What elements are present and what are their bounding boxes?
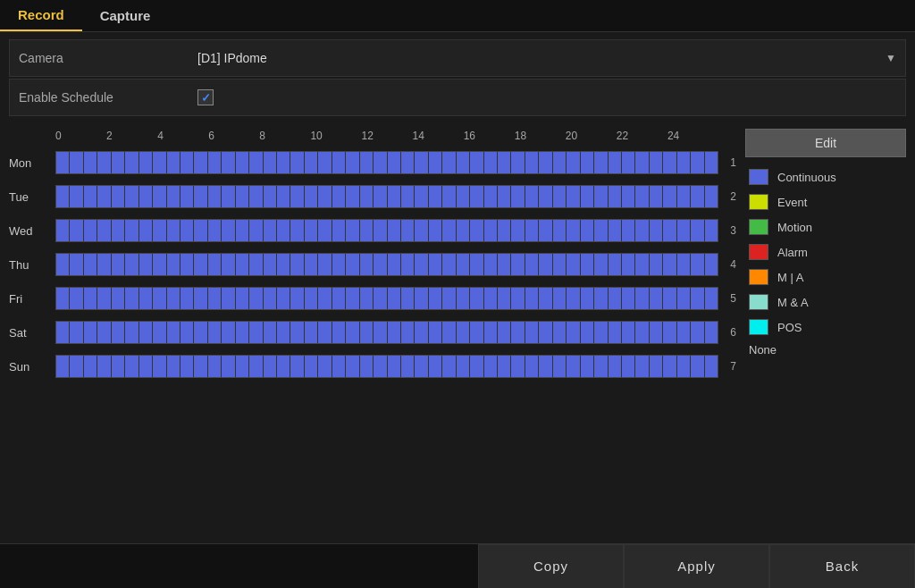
grid-cell[interactable] <box>56 186 70 207</box>
grid-cell[interactable] <box>705 220 718 241</box>
grid-cell[interactable] <box>277 152 290 173</box>
grid-cell[interactable] <box>457 186 470 207</box>
grid-cell[interactable] <box>125 152 139 173</box>
grid-cell[interactable] <box>622 186 635 207</box>
grid-cell[interactable] <box>346 152 359 173</box>
grid-cell[interactable] <box>415 152 428 173</box>
grid-cell[interactable] <box>415 186 428 207</box>
grid-cell[interactable] <box>153 356 166 377</box>
grid-cell[interactable] <box>677 356 691 377</box>
grid-cell[interactable] <box>677 220 691 241</box>
grid-cell[interactable] <box>691 322 704 343</box>
grid-cell[interactable] <box>650 254 663 275</box>
grid-cell[interactable] <box>236 152 249 173</box>
grid-cell[interactable] <box>594 186 608 207</box>
grid-cell[interactable] <box>374 220 387 241</box>
grid-cell[interactable] <box>346 186 359 207</box>
grid-cell[interactable] <box>112 152 125 173</box>
grid-cell[interactable] <box>208 152 222 173</box>
grid-cell[interactable] <box>484 288 498 309</box>
grid-cell[interactable] <box>401 220 415 241</box>
grid-cell[interactable] <box>70 322 83 343</box>
grid-cell[interactable] <box>429 186 442 207</box>
grid-cell[interactable] <box>125 254 139 275</box>
tab-record[interactable]: Record <box>0 0 82 31</box>
grid-cell[interactable] <box>663 186 676 207</box>
grid-cell[interactable] <box>222 220 235 241</box>
grid-cell[interactable] <box>539 356 552 377</box>
grid-cell[interactable] <box>457 356 470 377</box>
grid-cell[interactable] <box>194 254 207 275</box>
grid-cell[interactable] <box>222 288 235 309</box>
grid-cell[interactable] <box>650 356 663 377</box>
grid-cell[interactable] <box>691 288 704 309</box>
grid-cell[interactable] <box>650 152 663 173</box>
grid-cell[interactable] <box>581 186 594 207</box>
grid-cell[interactable] <box>622 356 635 377</box>
grid-cell[interactable] <box>442 186 456 207</box>
grid-cell[interactable] <box>249 186 263 207</box>
grid-cell[interactable] <box>374 186 387 207</box>
grid-cell[interactable] <box>97 322 111 343</box>
grid-cell[interactable] <box>222 322 235 343</box>
grid-cell[interactable] <box>498 186 511 207</box>
grid-cell[interactable] <box>236 220 249 241</box>
grid-cell[interactable] <box>429 322 442 343</box>
grid-cell[interactable] <box>125 186 139 207</box>
grid-cell[interactable] <box>290 186 304 207</box>
grid-cell[interactable] <box>97 152 111 173</box>
grid-cell[interactable] <box>305 288 318 309</box>
enable-schedule-checkbox[interactable] <box>197 89 214 105</box>
grid-cell[interactable] <box>650 288 663 309</box>
grid-cell[interactable] <box>553 356 567 377</box>
grid-cell[interactable] <box>415 288 428 309</box>
grid-cell[interactable] <box>290 152 304 173</box>
grid-cell[interactable] <box>567 254 580 275</box>
grid-cell[interactable] <box>318 322 332 343</box>
grid-cell[interactable] <box>56 322 70 343</box>
grid-cell[interactable] <box>594 288 608 309</box>
grid-cell[interactable] <box>194 322 207 343</box>
grid-cell[interactable] <box>70 254 83 275</box>
grid-cell[interactable] <box>442 152 456 173</box>
grid-cell[interactable] <box>346 322 359 343</box>
grid-cell[interactable] <box>498 356 511 377</box>
grid-cell[interactable] <box>609 288 622 309</box>
grid-cell[interactable] <box>663 220 676 241</box>
grid-cell[interactable] <box>635 186 649 207</box>
grid-cell[interactable] <box>705 254 718 275</box>
grid-cell[interactable] <box>429 288 442 309</box>
legend-item-event[interactable]: Event <box>745 189 906 214</box>
grid-cell[interactable] <box>264 322 277 343</box>
grid-cell[interactable] <box>153 254 166 275</box>
grid-cell[interactable] <box>511 152 525 173</box>
grid-cell[interactable] <box>553 152 567 173</box>
grid-cell[interactable] <box>97 356 111 377</box>
grid-cell[interactable] <box>180 322 194 343</box>
grid-cell[interactable] <box>97 186 111 207</box>
grid-cell[interactable] <box>305 356 318 377</box>
grid-cell[interactable] <box>125 322 139 343</box>
grid-cell[interactable] <box>415 220 428 241</box>
grid-cell[interactable] <box>609 220 622 241</box>
grid-cell[interactable] <box>332 254 346 275</box>
grid-cell[interactable] <box>525 322 539 343</box>
grid-cell[interactable] <box>525 356 539 377</box>
grid-cell[interactable] <box>112 356 125 377</box>
grid-cell[interactable] <box>290 220 304 241</box>
grid-cell[interactable] <box>388 322 401 343</box>
grid-cell[interactable] <box>167 186 180 207</box>
grid-cell[interactable] <box>222 152 235 173</box>
grid-cell[interactable] <box>180 220 194 241</box>
grid-cell[interactable] <box>401 288 415 309</box>
grid-cell[interactable] <box>567 220 580 241</box>
grid-cell[interactable] <box>264 152 277 173</box>
grid-cell[interactable] <box>180 254 194 275</box>
grid-cell[interactable] <box>691 220 704 241</box>
grid-cell[interactable] <box>374 254 387 275</box>
grid-cell[interactable] <box>167 356 180 377</box>
grid-cell[interactable] <box>594 254 608 275</box>
grid-cell[interactable] <box>153 152 166 173</box>
grid-cell[interactable] <box>249 322 263 343</box>
grid-cell[interactable] <box>539 322 552 343</box>
